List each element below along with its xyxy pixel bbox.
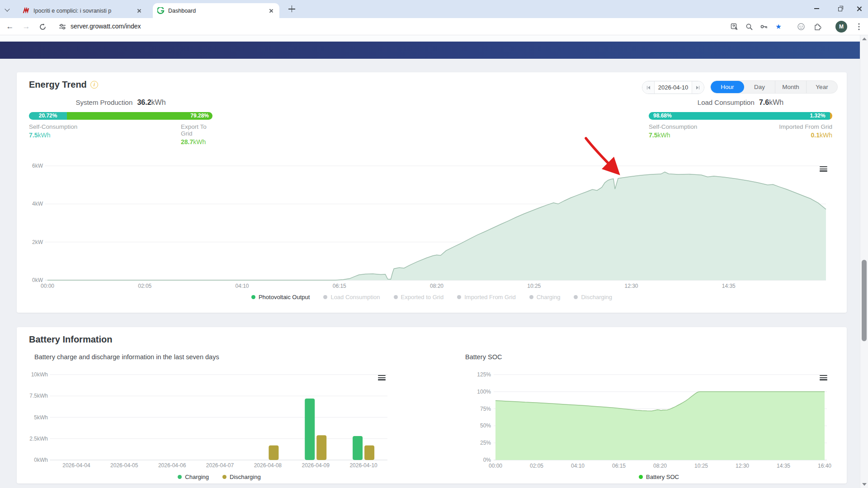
legend-label: Charging: [185, 474, 209, 480]
range-button-year[interactable]: Year: [807, 81, 837, 93]
legend-dot-icon: [222, 475, 226, 479]
legend-item-discharging[interactable]: Discharging: [574, 294, 612, 300]
legend-dot-icon: [178, 475, 182, 479]
svg-text:10kWh: 10kWh: [31, 371, 48, 378]
back-button[interactable]: ←: [5, 21, 15, 32]
battery-soc-subtitle: Battery SOC: [465, 353, 502, 361]
svg-text:10:25: 10:25: [694, 463, 708, 469]
extensions-button[interactable]: [812, 21, 823, 32]
legend-label: Discharging: [230, 474, 261, 480]
legend-item-imported-from-grid[interactable]: Imported From Grid: [457, 294, 515, 300]
svg-text:2026-04-06: 2026-04-06: [158, 462, 186, 469]
legend-item-exported-to-grid[interactable]: Exported to Grid: [394, 294, 444, 300]
tab-news[interactable]: Ipocriti e complici: i sovranisti p: [18, 3, 147, 18]
svg-text:06:15: 06:15: [333, 283, 346, 289]
reload-icon: [39, 23, 47, 31]
svg-text:0kW: 0kW: [32, 277, 43, 283]
translate-icon: [731, 23, 739, 31]
browser-toolbar: ← → server.growatt.com/index: [0, 18, 868, 35]
password-button[interactable]: [759, 21, 769, 32]
forward-button[interactable]: →: [21, 21, 32, 32]
close-window-button[interactable]: [850, 0, 868, 17]
scrollbar-thumb[interactable]: [862, 260, 867, 341]
tab-dashboard[interactable]: Dashboard: [153, 3, 279, 18]
legend-label: Photovoltaic Output: [259, 294, 310, 300]
legend-dot-icon: [394, 295, 398, 299]
svg-text:06:15: 06:15: [612, 463, 626, 469]
svg-text:10:25: 10:25: [527, 283, 541, 289]
page-scrollbar[interactable]: [860, 35, 868, 488]
scroll-down-icon[interactable]: [862, 483, 867, 486]
legend-item-load-consumption[interactable]: Load Consumption: [323, 294, 380, 300]
tab-title: Dashboard: [168, 8, 264, 14]
growatt-favicon-icon: [157, 7, 165, 14]
bookmark-button[interactable]: ★: [773, 21, 784, 32]
page-background: Energy Trend i 2026-04-10 HourDayMonthYe…: [0, 59, 860, 488]
kebab-menu-icon: [858, 23, 860, 30]
legend-item-discharging[interactable]: Discharging: [222, 474, 261, 480]
svg-text:2026-04-04: 2026-04-04: [62, 462, 90, 469]
date-field[interactable]: 2026-04-10: [654, 81, 692, 94]
tune-icon: [58, 23, 66, 31]
restore-icon: [838, 6, 843, 11]
browser-window: Ipocriti e complici: i sovranisti p Dash…: [0, 0, 868, 488]
restore-button[interactable]: [830, 0, 851, 17]
production-ratio-bar: 20.72% 79.28%: [29, 112, 212, 120]
date-navigator: 2026-04-10: [642, 81, 704, 94]
chart-menu-button[interactable]: [820, 375, 827, 381]
zoom-button[interactable]: [744, 21, 755, 32]
legend-item-battery-soc[interactable]: Battery SOC: [639, 474, 679, 480]
svg-text:2.5kWh: 2.5kWh: [29, 436, 48, 442]
svg-text:12:30: 12:30: [624, 283, 638, 289]
tab-close-icon[interactable]: [268, 7, 275, 14]
chart-menu-button[interactable]: [378, 375, 386, 381]
imported-segment: [830, 112, 832, 120]
svg-text:100%: 100%: [477, 389, 491, 395]
new-tab-button[interactable]: [288, 5, 296, 13]
svg-text:0%: 0%: [483, 457, 491, 463]
svg-text:12:30: 12:30: [736, 463, 749, 469]
svg-text:5kWh: 5kWh: [34, 414, 48, 421]
energy-trend-card: Energy Trend i 2026-04-10 HourDayMonthYe…: [17, 72, 847, 313]
svg-text:2026-04-08: 2026-04-08: [254, 462, 282, 469]
legend-item-charging[interactable]: Charging: [529, 294, 561, 300]
back-icon: ←: [6, 22, 14, 31]
info-icon[interactable]: i: [90, 81, 98, 89]
battery-title: Battery Information: [29, 334, 112, 345]
chart-menu-button[interactable]: [820, 166, 827, 172]
tab-search-chevron-icon[interactable]: [5, 6, 10, 11]
svg-text:0kWh: 0kWh: [34, 457, 48, 463]
tab-close-icon[interactable]: [136, 7, 143, 14]
range-switcher: HourDayMonthYear: [710, 80, 838, 94]
battery-bar-chart: 0kWh2.5kWh5kWh7.5kWh10kWh2026-04-042026-…: [18, 367, 416, 475]
legend-item-charging[interactable]: Charging: [178, 474, 209, 480]
svg-text:4kW: 4kW: [32, 201, 43, 207]
minimize-icon: [814, 8, 819, 9]
profile-avatar[interactable]: M: [835, 21, 847, 33]
site-settings-button[interactable]: [57, 21, 68, 32]
next-arrow-icon: [696, 86, 698, 89]
browser-menu-button[interactable]: [854, 21, 864, 32]
translate-button[interactable]: [729, 21, 740, 32]
prev-date-button[interactable]: [642, 81, 654, 94]
extensions-puzzle-icon: [813, 23, 821, 31]
url-bar[interactable]: server.growatt.com/index: [71, 23, 141, 30]
minimize-button[interactable]: [806, 0, 827, 17]
range-button-day[interactable]: Day: [744, 81, 775, 93]
svg-text:6kW: 6kW: [32, 163, 43, 169]
svg-text:02:05: 02:05: [138, 283, 151, 289]
battery-soc-legend: Battery SOC: [491, 474, 827, 480]
next-bar-icon: [699, 86, 700, 89]
reload-button[interactable]: [37, 21, 48, 32]
svg-text:2026-04-07: 2026-04-07: [206, 462, 234, 469]
range-button-hour[interactable]: Hour: [711, 81, 744, 93]
scroll-up-icon[interactable]: [862, 38, 867, 40]
legend-item-photovoltaic-output[interactable]: Photovoltaic Output: [251, 294, 310, 300]
energy-trend-title: Energy Trend i: [29, 80, 98, 90]
legend-label: Imported From Grid: [464, 294, 515, 300]
next-date-button[interactable]: [692, 81, 704, 94]
self-consumption-segment: 98.68% 1.32%: [649, 112, 830, 120]
pv-chart: 0kW2kW4kW6kW00:0002:0504:1006:1508:2010:…: [17, 149, 847, 294]
range-button-month[interactable]: Month: [775, 81, 807, 93]
extension-item-button[interactable]: [796, 21, 807, 32]
